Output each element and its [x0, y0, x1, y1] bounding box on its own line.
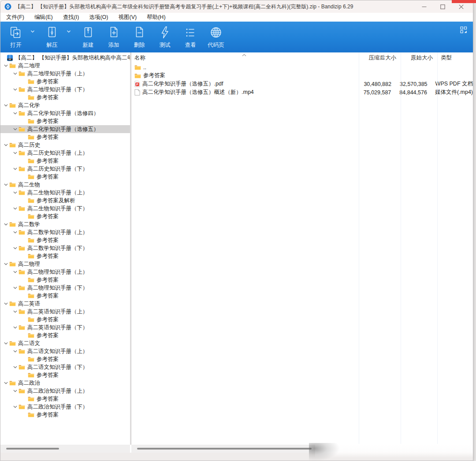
tree-item[interactable]: 高二语文知识手册（下）	[0, 363, 130, 371]
maximize-button[interactable]	[433, 0, 452, 13]
file-row[interactable]: 高二化学知识手册（选修五）概述（新）.mp475,029,58784,844,5…	[131, 88, 473, 97]
chevron-down-icon[interactable]	[11, 152, 19, 154]
tree-item[interactable]: 参考答案	[0, 276, 130, 284]
chevron-down-icon[interactable]	[2, 302, 9, 305]
chevron-down-icon[interactable]	[2, 64, 9, 67]
toolbar-button-add-file[interactable]: 添加	[101, 22, 126, 51]
tree-item[interactable]: 高二政治知识手册（下）	[0, 403, 130, 411]
tree-item[interactable]: 高二地理	[0, 62, 130, 70]
tree-item[interactable]: 高二语文	[0, 339, 130, 347]
chevron-down-icon[interactable]	[11, 128, 19, 130]
chevron-down-icon[interactable]	[2, 382, 9, 384]
chevron-down-icon[interactable]	[2, 342, 9, 345]
chevron-down-icon[interactable]	[11, 390, 19, 392]
tree-item[interactable]: 高二政治知识手册（上）	[0, 387, 130, 395]
tree-item[interactable]: 高二政治	[0, 379, 130, 387]
tree-item[interactable]: 参考答案	[0, 117, 130, 125]
toolbar-button-test-archive[interactable]: 测试	[152, 22, 178, 51]
tree-item[interactable]: 高二历史	[0, 141, 130, 149]
chevron-down-icon[interactable]	[2, 223, 9, 226]
toolbar-button-new-archive[interactable]: 新建	[75, 22, 101, 51]
tree-item[interactable]: 高二历史知识手册（上）	[0, 149, 130, 157]
chevron-down-icon[interactable]	[11, 350, 19, 353]
chevron-down-icon[interactable]	[2, 104, 9, 107]
toolbar-button-codepage-globe[interactable]: 代码页	[203, 22, 229, 51]
tree-item[interactable]: 高二地理知识手册（下）	[0, 86, 130, 93]
tree-item[interactable]: 参考答案	[0, 93, 130, 101]
menu-file[interactable]: 文件(F)	[2, 13, 28, 22]
chevron-down-icon[interactable]	[11, 247, 19, 249]
tree-item[interactable]: 参考答案	[0, 371, 130, 379]
tree-item[interactable]: 高二生物知识手册（下）	[0, 204, 130, 212]
tree-item[interactable]: 参考答案	[0, 133, 130, 141]
file-row[interactable]: P高二化学知识手册（选修五）.pdf30,480,88232,570,385WP…	[131, 80, 473, 88]
file-row[interactable]: ..	[131, 63, 473, 71]
tree-item[interactable]: 高二物理	[0, 260, 130, 268]
chevron-down-icon[interactable]	[11, 231, 19, 234]
tree-item[interactable]: 参考答案	[0, 78, 130, 86]
tree-item[interactable]: 高二生物知识手册（上）	[0, 189, 130, 197]
menu-find[interactable]: 查找(I)	[59, 13, 83, 22]
tree-item[interactable]: 参考答案	[0, 236, 130, 244]
minimize-button[interactable]	[415, 0, 433, 13]
file-row[interactable]: 参考答案	[131, 71, 473, 80]
menu-view[interactable]: 视图(V)	[115, 13, 141, 22]
column-header-original[interactable]: 原始大小	[401, 54, 437, 62]
column-header-type[interactable]: 类型	[437, 54, 473, 62]
chevron-down-icon[interactable]	[2, 263, 9, 265]
tree-item[interactable]: 高二生物	[0, 181, 130, 189]
filelist-hscrollbar[interactable]	[131, 445, 315, 453]
column-header-compressed[interactable]: 压缩后大小	[359, 54, 401, 62]
chevron-down-icon[interactable]	[11, 191, 19, 194]
tree-item[interactable]: 参考答案	[0, 316, 130, 323]
toolbar-button-open-archive[interactable]: 打开	[3, 22, 29, 51]
chevron-down-icon[interactable]	[11, 112, 19, 115]
chevron-down-icon[interactable]	[11, 310, 19, 313]
tree-item[interactable]: 高二英语	[0, 300, 130, 308]
tree-item[interactable]: 高二化学知识手册（选修四）	[0, 109, 130, 117]
chevron-down-icon[interactable]	[11, 167, 19, 170]
toolbar-button-view-file[interactable]: 查看	[178, 22, 203, 51]
toolbar-dropdown-icon[interactable]	[29, 22, 37, 41]
toolbar-dropdown-icon[interactable]	[65, 22, 73, 41]
tree-item[interactable]: 高二数学知识手册（上）	[0, 228, 130, 236]
tree-item[interactable]: 参考答案	[0, 395, 130, 403]
tree-item[interactable]: 参考答案	[0, 331, 130, 339]
tree-item[interactable]: 参考答案	[0, 252, 130, 260]
tree-item[interactable]: 参考答案	[0, 157, 130, 165]
layout-grid-icon[interactable]	[460, 26, 468, 34]
tree-item[interactable]: 参考答案	[0, 411, 130, 419]
tree-item[interactable]: 高二历史知识手册（下）	[0, 165, 130, 173]
chevron-down-icon[interactable]	[11, 72, 19, 75]
toolbar-button-extract[interactable]: 解压	[39, 22, 65, 51]
chevron-down-icon[interactable]	[2, 183, 9, 186]
tree-item[interactable]: 高二语文知识手册（上）	[0, 347, 130, 355]
tree-item[interactable]: 高二英语知识手册（下）	[0, 323, 130, 331]
chevron-down-icon[interactable]	[2, 144, 9, 146]
titlebar[interactable]: 【高二】 【知识手册】头部教培机构高中高二年级全科知识手册暨高考专题复习手册(上…	[0, 0, 473, 13]
tree-hscrollbar[interactable]	[0, 445, 130, 453]
tree-item-root-archive[interactable]: ZIP【高二】 【知识手册】头部教培机构高中高二年级全科知	[0, 54, 130, 62]
toolbar-button-delete-file[interactable]: 删除	[126, 22, 152, 51]
menu-edit[interactable]: 编辑(E)	[30, 13, 57, 22]
tree-item[interactable]: 高二英语知识手册（上）	[0, 308, 130, 316]
tree-item[interactable]: 高二数学知识手册（下）	[0, 244, 130, 252]
tree-item[interactable]: 参考答案	[0, 212, 130, 220]
tree-item[interactable]: 参考答案	[0, 173, 130, 181]
tree-item[interactable]: 参考答案	[0, 292, 130, 300]
menu-options[interactable]: 选项(O)	[85, 13, 112, 22]
tree-item[interactable]: 高二物理知识手册（下）	[0, 284, 130, 292]
chevron-down-icon[interactable]	[11, 326, 19, 329]
chevron-down-icon[interactable]	[11, 286, 19, 289]
chevron-down-icon[interactable]	[11, 366, 19, 368]
chevron-down-icon[interactable]	[11, 271, 19, 273]
tree-item[interactable]: 参考答案	[0, 355, 130, 363]
chevron-down-icon[interactable]	[11, 88, 19, 91]
tree-item[interactable]: 参考答案及解析	[0, 197, 130, 204]
tree-item-selected[interactable]: 高二化学知识手册（选修五）	[0, 125, 130, 133]
tree-hscrollbar-thumb[interactable]	[6, 448, 59, 450]
tree-item[interactable]: 高二地理知识手册（上）	[0, 70, 130, 78]
filelist-hscrollbar-thumb[interactable]	[137, 448, 312, 450]
chevron-down-icon[interactable]	[11, 207, 19, 210]
menu-help[interactable]: 帮助(H)	[143, 13, 169, 22]
